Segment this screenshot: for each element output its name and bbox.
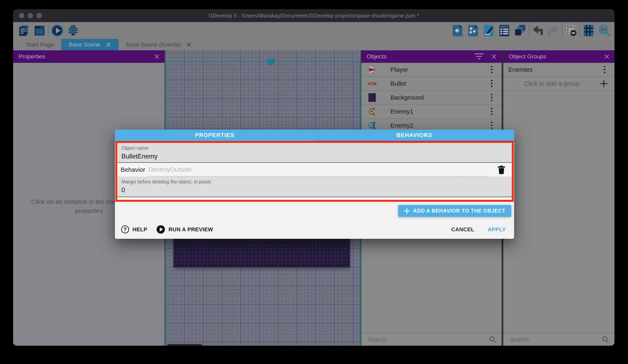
search-icon (602, 336, 609, 343)
margin-label: Margin before deleting the object, in pi… (121, 179, 512, 185)
objects-panel-header: Objects (361, 50, 502, 63)
object-row-enemy1[interactable]: Enemy1 (361, 105, 502, 119)
groups-search (503, 333, 615, 346)
margin-value[interactable]: 0 (121, 186, 512, 194)
object-menu-kebab[interactable] (491, 83, 492, 84)
object-groups-panel-header: Object Groups (503, 50, 615, 63)
toggle-mask-icon[interactable] (564, 24, 577, 37)
close-window-button[interactable] (19, 13, 24, 18)
dialog-tab-behaviors[interactable]: BEHAVIORS (315, 129, 514, 141)
close-tab-icon[interactable] (106, 42, 111, 47)
toolbar-divider (562, 25, 562, 36)
tab-base-scene-events[interactable]: Base Scene (Events) (118, 39, 199, 50)
search-icon (489, 336, 496, 343)
help-icon: ? (121, 226, 129, 233)
behavior-row: Behavior DestroyOutside (117, 163, 512, 177)
object-row-player[interactable]: Player (361, 63, 502, 77)
enemy2-ship-sprite (368, 121, 377, 130)
svg-text:1:1: 1:1 (601, 27, 606, 31)
close-panel-icon[interactable] (491, 54, 497, 59)
apply-button[interactable]: APPLY (488, 226, 506, 233)
project-manager-icon[interactable] (17, 24, 30, 37)
add-group-row[interactable]: Click to add a group (503, 77, 615, 91)
filter-icon[interactable] (474, 54, 484, 60)
edit-scene-properties-icon[interactable] (482, 24, 495, 37)
properties-panel-header: Properties (13, 50, 164, 63)
objects-search (361, 333, 502, 346)
grid-icon[interactable] (582, 24, 595, 37)
delete-behavior-button[interactable] (497, 165, 506, 175)
app-window: GDevelop 5 - /Users/dkarakay/Documents/G… (13, 9, 615, 346)
object-name-field[interactable]: Object name BulletEnemy (117, 143, 512, 163)
trash-icon (497, 165, 505, 174)
behavior-label: Behavior (121, 166, 145, 173)
object-menu-kebab[interactable] (491, 97, 492, 98)
tab-base-scene[interactable]: Base Scene (61, 39, 118, 50)
run-preview-button[interactable]: RUN A PREVIEW (156, 225, 213, 234)
open-objects-list-icon[interactable] (467, 24, 479, 37)
object-groups-panel-title: Object Groups (509, 53, 604, 60)
object-editor-dialog: PROPERTIES BEHAVIORS Object name BulletE… (115, 129, 514, 239)
margin-field[interactable]: Margin before deleting the object, in pi… (117, 177, 512, 197)
maximize-window-button[interactable] (36, 13, 42, 18)
add-behavior-button[interactable]: ADD A BEHAVIOR TO THE OBJECT (398, 205, 511, 217)
object-menu-kebab[interactable] (491, 111, 492, 112)
object-row-background[interactable]: Background (361, 91, 502, 105)
close-tab-icon[interactable] (186, 42, 192, 47)
play-circle-icon (156, 225, 165, 234)
object-name-label: Object name (121, 145, 512, 151)
object-groups-panel: Object Groups Enemies Click to add a gro… (503, 50, 615, 346)
scene-window-icon[interactable] (33, 24, 46, 37)
zoom-1-1-icon[interactable]: 1:1 (598, 24, 611, 37)
tab-start-page[interactable]: Start Page (19, 39, 61, 50)
groups-search-input[interactable] (503, 336, 602, 343)
help-button[interactable]: ? HELP (121, 226, 147, 233)
window-title: GDevelop 5 - /Users/dkarakay/Documents/G… (209, 13, 419, 19)
open-events-icon[interactable] (498, 24, 511, 37)
object-menu-kebab[interactable] (491, 124, 492, 126)
toolbar-divider (579, 25, 580, 36)
close-panel-icon[interactable] (154, 54, 159, 59)
group-row-enemies[interactable]: Enemies (503, 63, 615, 77)
editor-tabs: Start Page Base Scene Base Scene (Events… (13, 39, 615, 50)
toolbar-divider (48, 25, 49, 36)
add-group-plus-icon[interactable] (600, 80, 607, 87)
debug-icon[interactable] (67, 24, 79, 37)
annotation-highlight-box: Object name BulletEnemy Behavior Destroy… (115, 141, 514, 202)
open-layers-icon[interactable] (513, 24, 526, 37)
enemy1-ship-sprite (368, 107, 377, 116)
objects-search-input[interactable] (361, 336, 489, 343)
behavior-name-input[interactable]: DestroyOutside (149, 163, 489, 177)
cursor-coordinates-badge: -376;-329 (167, 344, 203, 346)
object-menu-kebab[interactable] (491, 69, 492, 70)
main-toolbar: 1:1 (13, 22, 615, 39)
redo-icon[interactable] (547, 24, 560, 37)
titlebar: GDevelop 5 - /Users/dkarakay/Documents/G… (13, 9, 615, 22)
dialog-footer: ? HELP RUN A PREVIEW CANCEL APPLY (121, 223, 506, 236)
dialog-tabs: PROPERTIES BEHAVIORS (115, 129, 514, 141)
dialog-tab-properties[interactable]: PROPERTIES (115, 129, 315, 141)
group-menu-kebab[interactable] (604, 69, 605, 70)
plus-icon (404, 208, 410, 214)
bullet-sprite (368, 79, 377, 88)
objects-panel-title: Objects (367, 53, 474, 60)
close-panel-icon[interactable] (604, 54, 610, 59)
cancel-button[interactable]: CANCEL (451, 226, 474, 233)
player-ship-sprite (368, 65, 377, 74)
object-name-value[interactable]: BulletEnemy (121, 153, 512, 160)
play-preview-icon[interactable] (51, 24, 64, 37)
object-row-bullet[interactable]: Bullet (361, 77, 502, 91)
properties-panel-title: Properties (18, 53, 154, 60)
open-scene-icon[interactable] (451, 24, 464, 37)
undo-icon[interactable] (531, 24, 544, 37)
background-sprite (368, 93, 377, 102)
minimize-window-button[interactable] (28, 13, 33, 18)
toolbar-divider (529, 25, 529, 36)
